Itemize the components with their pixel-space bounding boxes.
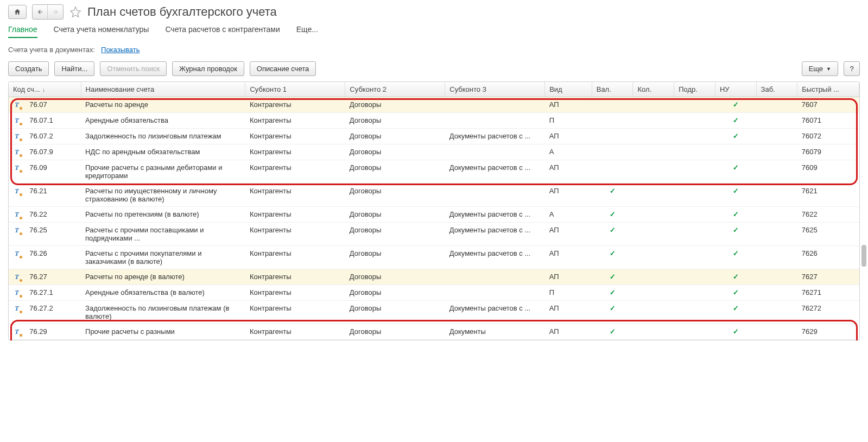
cell-sub1: Контрагенты [245,301,345,324]
check-icon: ✓ [596,304,629,312]
cell-sub2: Договоры [345,160,445,184]
cell-code: 76.27.2 [25,301,81,324]
account-icon: T [13,187,21,195]
cell-kol [633,223,674,246]
cell-vid: АП [545,223,592,246]
table-row[interactable]: T76.27.1Арендные обязательства (в валюте… [9,285,859,301]
help-button[interactable]: ? [844,61,860,76]
cell-fast: 76271 [797,285,859,301]
account-icon: T [13,288,21,297]
cell-name: Задолженность по лизинговым платежам (в … [81,301,245,324]
cell-sub2: Договоры [345,223,445,246]
cell-podr [674,113,715,129]
account-icon: T [13,132,21,141]
cell-kol [633,269,674,285]
table-row[interactable]: T76.29Прочие расчеты с разнымиКонтрагент… [9,324,859,340]
col-kol[interactable]: Кол. [633,82,674,97]
cell-nu: ✓ [715,301,756,324]
cell-fast: 76079 [797,144,859,160]
cell-nu: ✓ [715,184,756,207]
check-icon: ✓ [719,288,752,296]
table-row[interactable]: T76.27Расчеты по аренде (в валюте)Контра… [9,269,859,285]
back-button[interactable] [33,5,48,19]
tab-bar: Главное Счета учета номенклатуры Счета р… [0,21,868,38]
cell-val: ✓ [592,301,633,324]
scrollbar-thumb[interactable] [861,245,866,267]
table-row[interactable]: T76.25Расчеты с прочими поставщиками и п… [9,223,859,246]
cell-kol [633,207,674,223]
cell-sub2: Договоры [345,285,445,301]
journal-button[interactable]: Журнал проводок [172,61,244,76]
check-icon: ✓ [719,100,752,109]
cell-zab [756,207,797,223]
col-nu[interactable]: НУ [715,82,756,97]
tab-nomenclature[interactable]: Счета учета номенклатуры [54,23,149,38]
home-button[interactable] [8,5,27,19]
cell-vid: А [545,207,592,223]
tab-more[interactable]: Еще... [296,23,318,38]
setting-label: Счета учета в документах: [8,46,95,54]
table-row[interactable]: T76.22Расчеты по претензиям (в валюте)Ко… [9,207,859,223]
cell-nu: ✓ [715,285,756,301]
cell-sub2: Договоры [345,144,445,160]
cell-sub3: Документы расчетов с ... [445,223,545,246]
table-row[interactable]: T76.07.1Арендные обязательстваКонтрагент… [9,113,859,129]
cell-sub1: Контрагенты [245,97,345,113]
cell-zab [756,246,797,269]
check-icon: ✓ [596,273,629,281]
col-val[interactable]: Вал. [592,82,633,97]
cell-sub1: Контрагенты [245,207,345,223]
cell-code: 76.27.1 [25,285,81,301]
tab-main[interactable]: Главное [8,23,37,38]
more-button[interactable]: Еще ▼ [802,61,838,76]
col-fast[interactable]: Быстрый ... [797,82,859,97]
cell-zab [756,129,797,144]
col-sub2[interactable]: Субконто 2 [345,82,445,97]
cell-podr [674,269,715,285]
check-icon: ✓ [719,249,752,257]
favorite-star-icon[interactable] [69,5,82,18]
table-row[interactable]: T76.09Прочие расчеты с разными дебиторам… [9,160,859,184]
setting-link[interactable]: Показывать [101,46,140,54]
cell-nu: ✓ [715,160,756,184]
tab-kontragent[interactable]: Счета расчетов с контрагентами [165,23,280,38]
table-row[interactable]: T76.21Расчеты по имущественному и личном… [9,184,859,207]
col-name[interactable]: Наименование счета [81,82,245,97]
create-button[interactable]: Создать [8,61,49,76]
find-button[interactable]: Найти... [54,61,94,76]
cell-nu: ✓ [715,269,756,285]
table-row[interactable]: T76.07.2Задолженность по лизинговым плат… [9,129,859,144]
col-podr[interactable]: Подр. [674,82,715,97]
table-row[interactable]: T76.07Расчеты по арендеКонтрагентыДогово… [9,97,859,113]
cell-val [592,113,633,129]
check-icon: ✓ [719,163,752,172]
cell-sub2: Договоры [345,184,445,207]
col-code[interactable]: Код сч...↓ [9,82,81,97]
cell-sub1: Контрагенты [245,113,345,129]
cell-kol [633,144,674,160]
cell-sub1: Контрагенты [245,285,345,301]
cell-vid: АП [545,301,592,324]
table-row[interactable]: T76.07.9НДС по арендным обязательствамКо… [9,144,859,160]
cell-name: Расчеты по аренде [81,97,245,113]
cell-val: ✓ [592,285,633,301]
cell-nu: ✓ [715,97,756,113]
check-icon: ✓ [719,273,752,281]
cell-fast: 7621 [797,184,859,207]
table-row[interactable]: T76.26Расчеты с прочими покупателями и з… [9,246,859,269]
col-zab[interactable]: Заб. [756,82,797,97]
cell-sub2: Договоры [345,97,445,113]
col-sub3[interactable]: Субконто 3 [445,82,545,97]
col-sub1[interactable]: Субконто 1 [245,82,345,97]
col-vid[interactable]: Вид [545,82,592,97]
forward-button[interactable] [48,5,63,19]
table-row[interactable]: T76.27.2Задолженность по лизинговым плат… [9,301,859,324]
description-button[interactable]: Описание счета [250,61,316,76]
cell-val: ✓ [592,207,633,223]
cell-fast: 7607 [797,97,859,113]
cell-vid: АП [545,324,592,340]
cell-sub1: Контрагенты [245,269,345,285]
cell-sub2: Договоры [345,246,445,269]
cell-sub3 [445,144,545,160]
cell-nu: ✓ [715,324,756,340]
